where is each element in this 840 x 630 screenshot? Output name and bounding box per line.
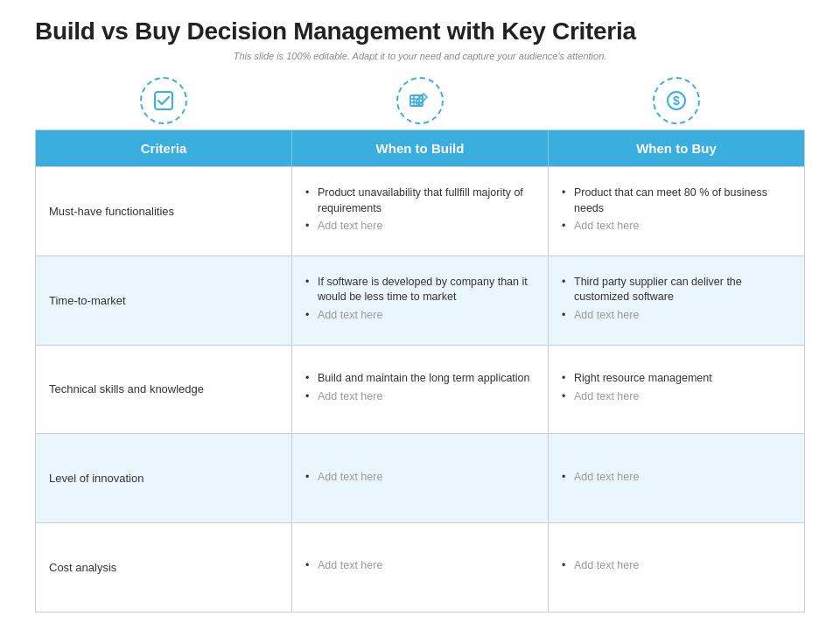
buy-item-1-1: Product that can meet 80 % of business n… bbox=[562, 186, 791, 216]
criteria-label-2: Time-to-market bbox=[49, 294, 278, 307]
buy-item-4-1: Add text here bbox=[562, 470, 791, 486]
build-item-2-1: If software is developed by company than… bbox=[305, 275, 535, 305]
table-row: Level of innovation Add text here Add te… bbox=[36, 433, 804, 522]
svg-text:$: $ bbox=[673, 94, 680, 108]
build-icon-cell bbox=[291, 70, 548, 130]
buy-icon-cell: $ bbox=[549, 70, 805, 130]
slide: Build vs Buy Decision Management with Ke… bbox=[0, 0, 840, 630]
table-row: Technical skills and knowledge Build and… bbox=[36, 345, 804, 434]
build-cell-2: If software is developed by company than… bbox=[292, 256, 549, 345]
buy-cell-2: Third party supplier can deliver the cus… bbox=[549, 256, 804, 345]
build-item-2-2: Add text here bbox=[305, 308, 535, 324]
criteria-icon-cell bbox=[35, 70, 291, 130]
main-title: Build vs Buy Decision Management with Ke… bbox=[35, 18, 805, 46]
build-list-2: If software is developed by company than… bbox=[305, 275, 535, 326]
criteria-cell-5: Cost analysis bbox=[36, 523, 292, 612]
build-icon bbox=[396, 77, 444, 124]
build-list-1: Product unavailability that fullfill maj… bbox=[305, 186, 535, 237]
criteria-label-5: Cost analysis bbox=[49, 561, 278, 574]
build-item-1-2: Add text here bbox=[305, 219, 535, 234]
buy-cell-5: Add text here bbox=[549, 523, 804, 612]
table-row: Cost analysis Add text here Add text her… bbox=[36, 522, 804, 612]
criteria-cell-4: Level of innovation bbox=[36, 434, 292, 522]
table-row: Time-to-market If software is developed … bbox=[36, 256, 804, 345]
build-cell-4: Add text here bbox=[292, 434, 549, 522]
buy-list-5: Add text here bbox=[562, 558, 791, 577]
criteria-label-4: Level of innovation bbox=[49, 472, 278, 485]
criteria-icon bbox=[140, 77, 187, 124]
buy-list-3: Right resource management Add text here bbox=[562, 371, 791, 407]
build-item-1-1: Product unavailability that fullfill maj… bbox=[305, 186, 535, 216]
build-item-3-2: Add text here bbox=[305, 389, 535, 405]
build-list-3: Build and maintain the long term applica… bbox=[305, 371, 535, 407]
build-cell-5: Add text here bbox=[292, 523, 549, 612]
build-list-5: Add text here bbox=[305, 558, 535, 577]
build-cell-1: Product unavailability that fullfill maj… bbox=[292, 167, 549, 256]
table-header: Criteria When to Build When to Buy bbox=[36, 130, 804, 166]
header-criteria: Criteria bbox=[36, 130, 292, 166]
buy-item-2-2: Add text here bbox=[562, 308, 791, 324]
buy-cell-3: Right resource management Add text here bbox=[549, 346, 804, 434]
buy-item-3-2: Add text here bbox=[562, 389, 791, 405]
header-buy: When to Buy bbox=[549, 130, 804, 166]
header-build: When to Build bbox=[292, 130, 549, 166]
build-item-4-1: Add text here bbox=[305, 470, 535, 486]
build-cell-3: Build and maintain the long term applica… bbox=[292, 346, 549, 434]
build-list-4: Add text here bbox=[305, 470, 535, 488]
criteria-cell-1: Must-have functionalities bbox=[36, 167, 292, 256]
buy-cell-4: Add text here bbox=[549, 434, 804, 522]
criteria-cell-2: Time-to-market bbox=[36, 256, 292, 345]
build-item-3-1: Build and maintain the long term applica… bbox=[305, 371, 535, 387]
table-row: Must-have functionalities Product unavai… bbox=[36, 166, 804, 256]
buy-cell-1: Product that can meet 80 % of business n… bbox=[549, 167, 804, 256]
buy-list-1: Product that can meet 80 % of business n… bbox=[562, 186, 791, 237]
table: Criteria When to Build When to Buy Must-… bbox=[35, 130, 805, 612]
buy-list-4: Add text here bbox=[562, 470, 791, 488]
buy-item-3-1: Right resource management bbox=[562, 371, 791, 387]
build-item-5-1: Add text here bbox=[305, 558, 535, 574]
criteria-cell-3: Technical skills and knowledge bbox=[36, 346, 292, 434]
buy-list-2: Third party supplier can deliver the cus… bbox=[562, 275, 791, 326]
criteria-label-1: Must-have functionalities bbox=[49, 205, 278, 218]
buy-item-1-2: Add text here bbox=[562, 219, 791, 234]
subtitle: This slide is 100% editable. Adapt it to… bbox=[35, 51, 805, 61]
buy-item-2-1: Third party supplier can deliver the cus… bbox=[562, 275, 791, 305]
icons-row: $ bbox=[35, 70, 805, 130]
criteria-label-3: Technical skills and knowledge bbox=[49, 382, 278, 396]
buy-icon: $ bbox=[653, 77, 700, 124]
buy-item-5-1: Add text here bbox=[562, 558, 791, 574]
